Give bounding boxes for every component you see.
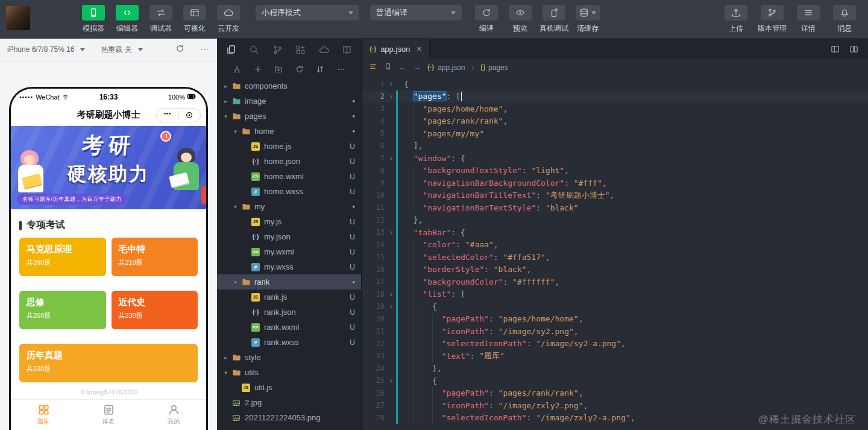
new-folder-icon[interactable] (274, 65, 283, 74)
files-icon[interactable] (226, 45, 236, 55)
upload-button[interactable]: 上传 (720, 5, 752, 34)
refresh-icon[interactable] (295, 65, 304, 74)
tree-item-style[interactable]: ▸style (217, 350, 361, 365)
split-editor-icon[interactable] (831, 45, 840, 54)
avatar[interactable] (6, 6, 30, 30)
capsule-close-button[interactable] (179, 109, 201, 122)
tree-item-home.json[interactable]: {·}home.jsonU (217, 154, 361, 169)
more-icon[interactable] (337, 65, 345, 74)
search-icon[interactable] (249, 45, 259, 55)
fold-toggle-icon[interactable]: ∨ (386, 303, 396, 309)
chevron-down-icon[interactable]: ▾ (222, 370, 230, 376)
clear-cache-button[interactable]: 清缓存 (571, 5, 604, 34)
exam-card[interactable]: 毛中特共210题 (112, 238, 198, 276)
visual-button[interactable]: 可视化 (178, 5, 211, 34)
close-icon[interactable]: × (417, 44, 421, 54)
chevron-down-icon[interactable]: ▾ (231, 204, 239, 210)
fold-toggle-icon[interactable]: ∨ (386, 81, 396, 87)
phone-tab-题库[interactable]: 题库 (11, 400, 76, 430)
device-selector[interactable]: iPhone 6/7/8 75% 16 (7, 45, 74, 54)
simulator-refresh-button[interactable] (175, 44, 184, 55)
git-status-badge: U (350, 248, 355, 256)
tree-item-rank[interactable]: ▾rank● (217, 274, 361, 289)
tree-item-my.wxss[interactable]: #my.wxssU (217, 259, 361, 274)
refresh-icon[interactable] (175, 44, 184, 53)
sort-icon[interactable] (316, 65, 324, 74)
chevron-right-icon[interactable]: ▸ (222, 83, 230, 89)
tree-item-my[interactable]: ▾my● (217, 199, 361, 214)
phone-tab-排名[interactable]: 排名 (76, 400, 141, 430)
chevron-right-icon[interactable]: ▸ (222, 355, 230, 361)
tab-app-json[interactable]: {·} app.json × (362, 39, 430, 59)
line-number: 14 (362, 241, 385, 249)
compile-button[interactable]: 编译 (470, 5, 503, 34)
forward-button[interactable]: → (413, 63, 421, 72)
simulator-more-button[interactable]: ⋯ (200, 44, 210, 55)
tree-item-home.wxss[interactable]: #home.wxssU (217, 184, 361, 199)
preview-button[interactable]: 预览 (504, 5, 536, 34)
fold-toggle-icon[interactable]: ∨ (386, 93, 396, 100)
hot-reload-toggle[interactable]: 热重载 关 (101, 45, 131, 55)
tree-item-2.jpg[interactable]: 2.jpg (217, 395, 361, 410)
debugger-button[interactable]: 调试器 (145, 5, 177, 34)
cloud-dev-button[interactable]: 云开发 (212, 5, 245, 34)
bell-button[interactable]: 消息 (828, 5, 861, 34)
chevron-right-icon[interactable]: ▸ (222, 98, 230, 104)
tree-item-util.js[interactable]: JSutil.js (217, 380, 361, 395)
bookmark-icon[interactable] (384, 63, 392, 72)
fold-toggle-icon[interactable]: ∨ (386, 291, 396, 297)
docs-icon[interactable] (342, 45, 352, 55)
exam-card[interactable]: 思修共260题 (19, 291, 106, 329)
tree-item-utils[interactable]: ▾utils (217, 365, 361, 380)
js-file-icon: JS (250, 293, 261, 302)
capsule-menu-button[interactable]: ⋯ (157, 109, 178, 122)
git-branch-icon[interactable] (272, 45, 283, 55)
device-debug-button[interactable]: 真机调试 (538, 5, 570, 34)
back-button[interactable]: ← (398, 63, 406, 72)
appmode-select[interactable]: 小程序模式 (256, 5, 359, 21)
tree-item-my.wxml[interactable]: <>my.wxmlU (217, 244, 361, 259)
fold-toggle-icon[interactable]: ∨ (386, 229, 396, 235)
chevron-down-icon[interactable]: ▾ (231, 279, 239, 285)
tree-item-my.json[interactable]: {·}my.jsonU (217, 229, 361, 244)
version-button[interactable]: 版本管理 (756, 5, 788, 34)
tree-item-rank.js[interactable]: JSrank.jsU (217, 289, 361, 305)
cloud-icon[interactable] (319, 45, 329, 55)
new-file-icon[interactable] (254, 65, 262, 74)
exam-card[interactable]: 近代史共230题 (112, 291, 198, 329)
tree-item-home.wxml[interactable]: <>home.wxmlU (217, 169, 361, 184)
exam-card[interactable]: 马克思原理共390题 (19, 238, 106, 276)
tree-item-components[interactable]: ▸components (217, 78, 361, 93)
tree-item-20211221224053.png[interactable]: 20211221224053.png (217, 410, 361, 425)
compile-mode-select[interactable]: 普通编译 (370, 5, 462, 21)
simulator-button[interactable]: 模拟器 (77, 5, 110, 34)
fork-icon[interactable] (233, 65, 241, 74)
editor-button[interactable]: 编辑器 (111, 5, 143, 34)
layout-icon[interactable] (849, 45, 858, 54)
tree-item-my.js[interactable]: JSmy.jsU (217, 214, 361, 229)
tree-item-pages[interactable]: ▾pages● (217, 109, 361, 124)
exam-card-count: 共210题 (119, 258, 191, 267)
fold-toggle-icon[interactable]: ∨ (386, 378, 396, 384)
tree-item-home.js[interactable]: JShome.jsU (217, 139, 361, 154)
details-button[interactable]: 详情 (792, 5, 825, 34)
phone-tab-我的[interactable]: 我的 (141, 400, 206, 430)
breadcrumb-node[interactable]: pages (488, 63, 508, 72)
breadcrumb-file[interactable]: app.json (438, 63, 465, 72)
code-editor[interactable]: 1∨{2∨ "pages": [3 "pages/home/home",4 "p… (362, 75, 868, 430)
tree-item-rank.json[interactable]: {·}rank.jsonU (217, 305, 361, 320)
tree-item-rank.wxml[interactable]: <>rank.wxmlU (217, 320, 361, 335)
banner-image[interactable]: 考研 硬核助力 名师习题库/历年真题，为百万学子助力 (11, 126, 206, 209)
code-token: , (583, 401, 588, 410)
chevron-down-icon[interactable]: ▾ (222, 113, 230, 119)
code-token: }, (404, 215, 423, 224)
breadcrumb-separator: › (472, 63, 474, 72)
tree-item-home[interactable]: ▾home● (217, 124, 361, 139)
fold-toggle-icon[interactable]: ∨ (386, 155, 396, 161)
outline-icon[interactable] (369, 62, 377, 72)
tree-item-image[interactable]: ▸image● (217, 93, 361, 109)
tree-item-rank.wxss[interactable]: #rank.wxssU (217, 335, 361, 350)
exam-card[interactable]: 历年真题共330题 (19, 344, 198, 382)
chevron-down-icon[interactable]: ▾ (231, 128, 239, 134)
extensions-icon[interactable] (295, 45, 306, 55)
